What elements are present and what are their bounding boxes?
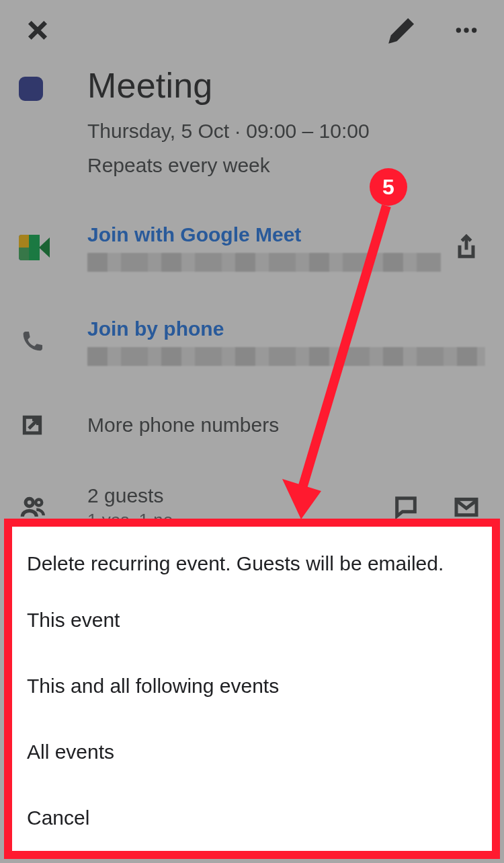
event-detail-screen: Meeting Thursday, 5 Oct · 09:00 – 10:00 … [0, 0, 504, 863]
delete-following-events[interactable]: This and all following events [16, 653, 488, 719]
delete-all-events[interactable]: All events [16, 719, 488, 785]
delete-sheet-highlight: Delete recurring event. Guests will be e… [4, 519, 500, 859]
delete-cancel[interactable]: Cancel [16, 785, 488, 851]
delete-sheet: Delete recurring event. Guests will be e… [4, 519, 500, 859]
delete-sheet-title: Delete recurring event. Guests will be e… [16, 536, 488, 587]
delete-this-event[interactable]: This event [16, 587, 488, 653]
